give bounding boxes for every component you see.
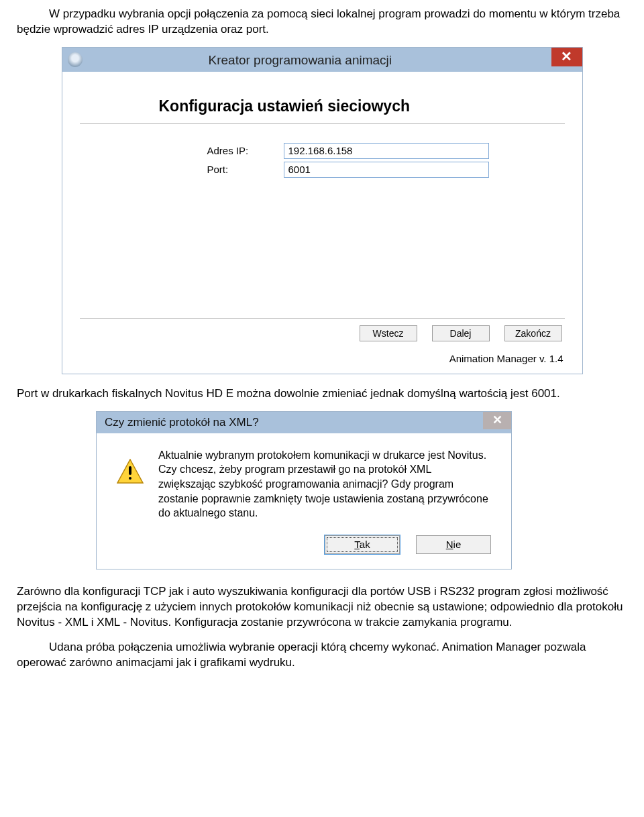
finish-button[interactable]: Zakończ <box>504 325 562 341</box>
svg-rect-2 <box>129 477 131 480</box>
no-button[interactable]: Nie <box>416 535 491 554</box>
no-rest: ie <box>453 539 462 550</box>
svg-rect-1 <box>129 466 131 475</box>
label-port: Port: <box>80 163 284 176</box>
divider <box>80 318 565 319</box>
wizard-title: Kreator programowania animacji <box>209 52 392 69</box>
paragraph-intro: W przypadku wybrania opcji połączenia za… <box>17 7 627 38</box>
confirm-dialog: Czy zmienić protokół na XML? ✕ Aktualnie… <box>96 411 512 569</box>
row-ip: Adres IP: <box>80 143 565 159</box>
next-button[interactable]: Dalej <box>432 325 490 341</box>
paragraph-protocol: Zarówno dla konfiguracji TCP jak i auto … <box>17 584 627 631</box>
paragraph-port-info: Port w drukarkach fiskalnych Novitus HD … <box>17 386 627 402</box>
yes-rest: ak <box>360 539 370 550</box>
yes-mnemonic: T <box>354 539 360 550</box>
divider <box>80 123 565 124</box>
no-mnemonic: N <box>446 539 453 550</box>
wizard-titlebar: Kreator programowania animacji ✕ <box>62 48 582 72</box>
label-ip: Adres IP: <box>80 144 284 158</box>
wizard-body: Konfiguracja ustawień sieciowych Adres I… <box>62 72 582 374</box>
row-port: Port: <box>80 162 565 178</box>
wizard-window: Kreator programowania animacji ✕ Konfigu… <box>62 47 583 374</box>
back-button[interactable]: Wstecz <box>360 325 417 341</box>
confirm-body: Aktualnie wybranym protokołem komunikacj… <box>97 433 511 530</box>
ip-input[interactable] <box>284 143 489 159</box>
document-page: W przypadku wybrania opcji połączenia za… <box>0 0 644 706</box>
yes-button[interactable]: Tak <box>325 535 400 554</box>
confirm-message: Aktualnie wybranym protokołem komunikacj… <box>158 448 491 521</box>
wizard-nav-buttons: Wstecz Dalej Zakończ <box>80 325 565 341</box>
confirm-titlebar: Czy zmienić protokół na XML? ✕ <box>97 412 511 433</box>
wizard-nav-row: Wstecz Dalej Zakończ <box>80 312 565 341</box>
warning-icon <box>117 448 145 521</box>
confirm-buttons: Tak Nie <box>97 530 511 569</box>
confirm-title: Czy zmienić protokół na XML? <box>105 415 259 431</box>
version-label: Animation Manager v. 1.4 <box>449 352 564 366</box>
port-input[interactable] <box>284 162 489 178</box>
app-icon <box>68 52 83 67</box>
wizard-heading: Konfiguracja ustawień sieciowych <box>159 96 565 117</box>
close-icon[interactable]: ✕ <box>551 48 582 66</box>
paragraph-success: Udana próba połączenia umożliwia wybrani… <box>17 640 627 671</box>
close-icon[interactable]: ✕ <box>483 412 511 429</box>
